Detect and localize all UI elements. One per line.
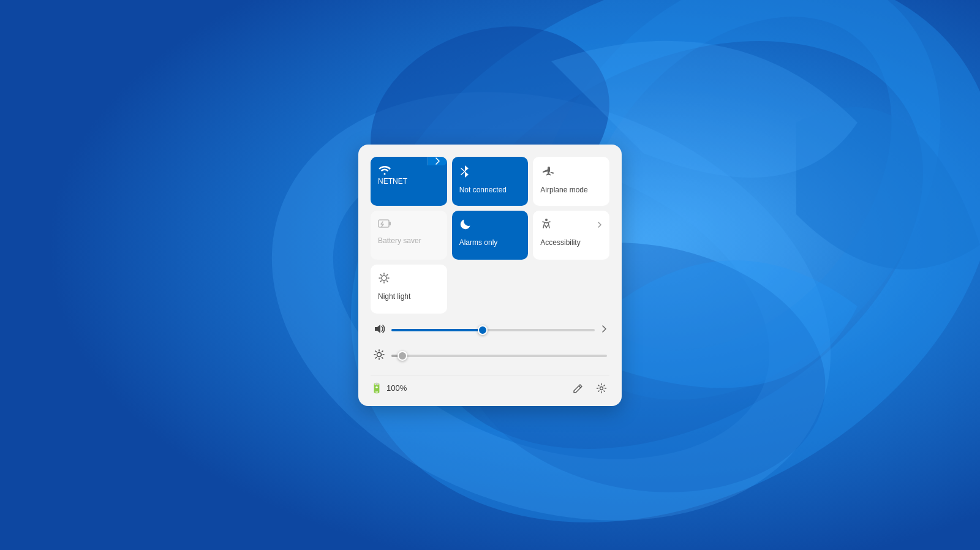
tiles-row-3: Night light xyxy=(371,265,609,314)
quick-settings-panel: NETNET Not connected xyxy=(358,145,622,406)
alarms-only-tile[interactable]: Alarms only xyxy=(452,211,529,260)
volume-icon xyxy=(373,323,385,337)
svg-rect-6 xyxy=(379,220,389,227)
alarms-only-label: Alarms only xyxy=(459,238,498,247)
brightness-track-bg xyxy=(391,355,607,357)
brightness-slider-row xyxy=(373,349,607,363)
sliders-section xyxy=(371,323,609,363)
brightness-slider-track[interactable] xyxy=(391,350,607,362)
brightness-icon xyxy=(373,349,385,363)
moon-icon xyxy=(459,218,472,232)
battery-saver-icon xyxy=(378,218,391,230)
footer-icons-group xyxy=(570,380,609,396)
night-light-tile[interactable]: Night light xyxy=(371,265,447,314)
wifi-icon xyxy=(378,164,391,177)
settings-icon xyxy=(596,383,607,394)
alarms-icon-row xyxy=(459,218,521,232)
airplane-label: Airplane mode xyxy=(540,186,587,194)
night-light-icon-row xyxy=(378,272,440,286)
tiles-row-1: NETNET Not connected xyxy=(371,157,609,260)
battery-info: 🔋 100% xyxy=(371,382,407,394)
svg-rect-7 xyxy=(389,222,391,225)
settings-button[interactable] xyxy=(594,380,609,396)
battery-saver-tile[interactable]: Battery saver xyxy=(371,211,447,260)
battery-icon-row xyxy=(378,218,440,230)
svg-point-11 xyxy=(600,386,603,390)
airplane-icon-row xyxy=(540,164,602,179)
bluetooth-label: Not connected xyxy=(459,186,507,194)
accessibility-chevron-icon xyxy=(597,221,602,228)
volume-expand-button[interactable] xyxy=(601,325,607,335)
volume-track-bg xyxy=(391,329,595,331)
volume-slider-track[interactable] xyxy=(391,324,595,336)
panel-footer: 🔋 100% xyxy=(371,375,609,396)
accessibility-icon-row xyxy=(540,218,602,232)
svg-point-8 xyxy=(545,219,548,221)
night-light-label: Night light xyxy=(378,292,410,301)
wifi-tile[interactable]: NETNET xyxy=(371,157,447,206)
accessibility-icon xyxy=(540,218,552,232)
bluetooth-icon xyxy=(459,164,470,179)
wifi-expand-button[interactable] xyxy=(428,157,447,165)
volume-slider-row xyxy=(373,323,607,337)
battery-percent: 100% xyxy=(386,383,407,393)
sun-icon xyxy=(378,272,390,286)
edit-icon xyxy=(573,383,584,394)
accessibility-label: Accessibility xyxy=(540,238,580,247)
wifi-label: NETNET xyxy=(378,177,407,186)
svg-point-9 xyxy=(382,276,386,281)
wifi-tile-main[interactable]: NETNET xyxy=(371,157,428,190)
svg-point-10 xyxy=(377,352,382,356)
volume-fill xyxy=(391,329,483,331)
airplane-icon xyxy=(540,164,554,179)
volume-thumb[interactable] xyxy=(478,325,488,335)
brightness-thumb[interactable] xyxy=(398,351,407,361)
bluetooth-tile[interactable]: Not connected xyxy=(452,157,529,206)
airplane-tile[interactable]: Airplane mode xyxy=(533,157,609,206)
battery-saver-label: Battery saver xyxy=(378,236,421,245)
battery-status-icon: 🔋 xyxy=(371,382,383,394)
accessibility-tile[interactable]: Accessibility xyxy=(533,211,609,260)
bluetooth-icon-row xyxy=(459,164,521,179)
edit-button[interactable] xyxy=(570,380,586,396)
